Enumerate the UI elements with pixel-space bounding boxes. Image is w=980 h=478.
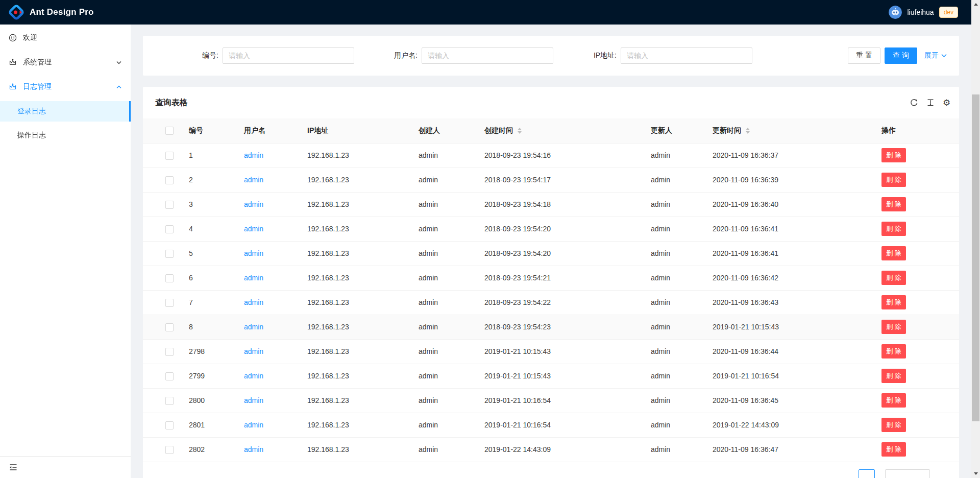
ip-field-input[interactable] [621,47,752,64]
cell-updater: admin [643,388,704,413]
username-link[interactable]: admin [244,347,263,355]
username-link[interactable]: admin [244,396,263,404]
cell-id: 2802 [181,437,236,462]
delete-button[interactable]: 删 除 [881,271,906,285]
username-link[interactable]: admin [244,372,263,380]
row-checkbox[interactable] [165,176,174,184]
cell-creator: admin [410,290,476,315]
column-height-icon[interactable] [926,99,935,107]
table-row: 2798 admin 192.168.1.23 admin 2019-01-21… [143,339,959,364]
sidebar-item-system-management[interactable]: 系统管理 [0,52,131,73]
cell-update-time: 2020-11-09 16:36:41 [704,241,873,266]
scrollbar-thumb[interactable] [972,94,979,421]
row-checkbox[interactable] [165,250,174,258]
select-all-checkbox[interactable] [165,127,174,135]
search-field-id: 编号: [155,47,354,64]
pagination-page-1[interactable] [859,469,875,478]
delete-button[interactable]: 删 除 [881,393,906,408]
table-row: 2799 admin 192.168.1.23 admin 2019-01-21… [143,364,959,388]
search-form-card: 编号: 用户名: IP地址: 重 置 查 询 展开 [143,36,959,76]
table-row: 4 admin 192.168.1.23 admin 2018-09-23 19… [143,217,959,241]
expand-link-label: 展开 [924,51,939,60]
cell-update-time: 2020-11-09 16:36:44 [704,339,873,364]
cell-create-time: 2019-01-21 10:15:43 [476,364,643,388]
cell-creator: admin [410,388,476,413]
scrollbar-down-arrow-icon[interactable] [971,469,980,478]
table-body: 1 admin 192.168.1.23 admin 2018-09-23 19… [143,143,959,462]
username-link[interactable]: admin [244,298,263,306]
row-checkbox[interactable] [165,372,174,380]
cell-create-time: 2019-01-21 10:16:54 [476,388,643,413]
query-button[interactable]: 查 询 [885,47,917,64]
cell-creator: admin [410,315,476,339]
sidebar-item-welcome[interactable]: 欢迎 [0,28,131,48]
column-header-update-time[interactable]: 更新时间 [704,118,873,143]
page-size-select[interactable] [885,469,930,478]
username-link[interactable]: admin [244,421,263,429]
reload-icon[interactable] [910,99,918,107]
username[interactable]: liufeihua [907,8,934,16]
table-row: 2800 admin 192.168.1.23 admin 2019-01-21… [143,388,959,413]
username-link[interactable]: admin [244,249,263,257]
delete-button[interactable]: 删 除 [881,295,906,309]
sidebar-item-operation-log[interactable]: 操作日志 [0,125,131,146]
delete-button[interactable]: 删 除 [881,344,906,358]
delete-button[interactable]: 删 除 [881,369,906,383]
row-checkbox[interactable] [165,323,174,331]
username-link[interactable]: admin [244,445,263,453]
sidebar-item-label: 系统管理 [23,58,52,67]
username-link[interactable]: admin [244,323,263,331]
menu-fold-icon[interactable] [9,463,17,471]
row-checkbox[interactable] [165,397,174,405]
cell-updater: admin [643,315,704,339]
delete-button[interactable]: 删 除 [881,320,906,334]
search-form: 编号: 用户名: IP地址: 重 置 查 询 展开 [155,47,947,64]
username-link[interactable]: admin [244,225,263,233]
sidebar-item-log-management[interactable]: 日志管理 [0,77,131,97]
username-link[interactable]: admin [244,274,263,282]
cell-update-time: 2020-11-09 16:36:42 [704,266,873,290]
cell-create-time: 2018-09-23 19:54:18 [476,192,643,217]
row-checkbox[interactable] [165,274,174,282]
id-field-input[interactable] [223,47,354,64]
expand-link[interactable]: 展开 [924,51,947,60]
table-row: 2801 admin 192.168.1.23 admin 2019-01-21… [143,413,959,437]
reset-button[interactable]: 重 置 [848,47,880,64]
vertical-scrollbar[interactable] [971,0,980,478]
delete-button[interactable]: 删 除 [881,418,906,432]
user-avatar-icon[interactable] [889,6,902,19]
username-link[interactable]: admin [244,151,263,159]
username-link[interactable]: admin [244,176,263,184]
column-header-creator: 创建人 [410,118,476,143]
cell-creator: admin [410,266,476,290]
row-checkbox[interactable] [165,446,174,454]
cell-id: 2801 [181,413,236,437]
username-link[interactable]: admin [244,200,263,208]
row-checkbox[interactable] [165,225,174,233]
row-checkbox[interactable] [165,299,174,307]
cell-create-time: 2019-01-21 10:15:43 [476,339,643,364]
row-checkbox[interactable] [165,421,174,429]
delete-button[interactable]: 删 除 [881,148,906,162]
settings-gear-icon[interactable]: ⚙ [942,99,951,107]
username-field-input[interactable] [422,47,553,64]
cell-ip: 192.168.1.23 [299,413,410,437]
column-header-id: 编号 [181,118,236,143]
scrollbar-up-arrow-icon[interactable] [971,0,980,9]
delete-button[interactable]: 删 除 [881,246,906,260]
delete-button[interactable]: 删 除 [881,173,906,187]
row-checkbox[interactable] [165,152,174,160]
cell-creator: admin [410,217,476,241]
table-title: 查询表格 [155,98,188,108]
delete-button[interactable]: 删 除 [881,197,906,211]
table-header-row: 编号 用户名 IP地址 创建人 创建时间 更新人 更新时间 [143,118,959,143]
delete-button[interactable]: 删 除 [881,222,906,236]
row-checkbox[interactable] [165,201,174,209]
sidebar-item-label: 欢迎 [23,33,37,42]
row-checkbox[interactable] [165,348,174,356]
delete-button[interactable]: 删 除 [881,442,906,457]
logo-area[interactable]: Ant Design Pro [8,4,94,20]
username-field-label: 用户名: [354,51,422,60]
sidebar-item-login-log[interactable]: 登录日志 [0,101,131,122]
column-header-create-time[interactable]: 创建时间 [476,118,643,143]
